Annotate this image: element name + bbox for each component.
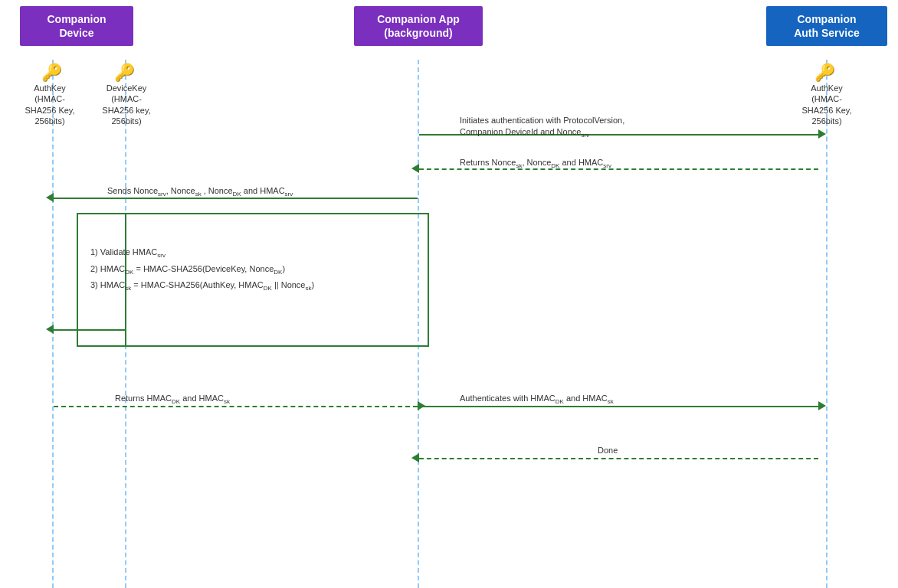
devicekey-label: DeviceKey(HMAC-SHA256 key,256bits) <box>92 83 161 126</box>
arrow-authenticates-label: Authenticates with HMACDK and HMACsk <box>460 394 614 405</box>
arrow-done-line <box>419 458 818 459</box>
lifeline-authkey <box>52 60 54 588</box>
arrow-done-head <box>411 453 419 462</box>
arrow-initiates-head <box>818 129 826 139</box>
arrow-computation-line <box>54 329 125 331</box>
sequence-diagram: CompanionDevice Companion App(background… <box>0 0 898 588</box>
lifeline-auth <box>826 60 828 588</box>
actor-companion-auth: CompanionAuth Service <box>766 6 887 46</box>
arrow-returns-nonce-head <box>411 164 419 173</box>
arrow-returns-hmac-label: Returns HMACDK and HMACsk <box>115 394 230 405</box>
authkey-service-icon: 🔑 <box>814 63 835 83</box>
authkey-device-label: AuthKey(HMAC-SHA256 Key,256bits) <box>15 83 84 126</box>
arrow-done-label: Done <box>598 446 618 455</box>
arrow-initiates-label: Initiates authentication with ProtocolVe… <box>460 115 624 140</box>
arrow-returns-hmac-line <box>54 406 418 407</box>
arrow-sends-nonce-label: Sends Noncesrv, Noncesk , NonceDK and HM… <box>107 186 293 198</box>
computation-text: 1) Validate HMACsrv 2) HMACDK = HMAC-SHA… <box>90 245 314 295</box>
arrow-computation-head <box>46 325 54 334</box>
actor-companion-app: Companion App(background) <box>354 6 483 46</box>
authkey-device-icon: 🔑 <box>41 63 62 83</box>
arrow-returns-nonce-label: Returns Noncesk, NonceDK and HMACsrv <box>460 158 611 169</box>
authkey-service-label: AuthKey(HMAC-SHA256 Key,256bits) <box>792 83 861 126</box>
devicekey-icon: 🔑 <box>114 63 135 83</box>
arrow-sends-nonce-line <box>54 198 418 199</box>
arrow-authenticates-line <box>419 406 818 407</box>
arrow-sends-nonce-head <box>46 193 54 202</box>
actor-companion-device: CompanionDevice <box>20 6 133 46</box>
arrow-authenticates-head <box>818 401 826 410</box>
